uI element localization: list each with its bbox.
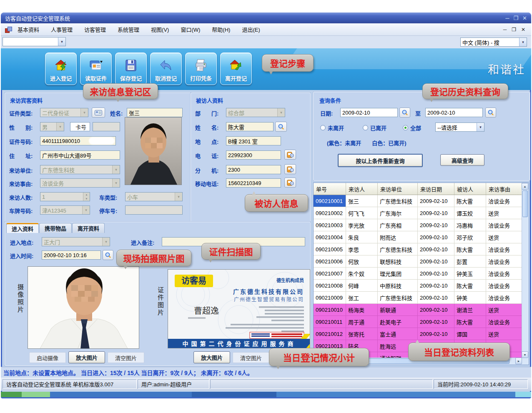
minimize-icon[interactable]: ─ xyxy=(505,15,509,21)
table-cell[interactable]: 2009-02-10 xyxy=(418,243,454,255)
menu-item-help[interactable]: 帮助(H) xyxy=(212,25,230,33)
table-cell[interactable]: 陈大雷 xyxy=(454,243,486,255)
tab-entry-info[interactable]: 进入资料 xyxy=(6,223,39,233)
table-cell[interactable]: 广东德生科技 xyxy=(378,195,418,207)
unit-select[interactable]: 广东德生科技 ▾ xyxy=(40,165,120,174)
table-cell[interactable]: 理光集团 xyxy=(378,268,418,279)
table-cell[interactable]: 2009-02-10 xyxy=(418,219,454,231)
column-header[interactable]: 来访事由 xyxy=(486,183,522,195)
toolbar-combo[interactable]: ▾ xyxy=(3,37,66,46)
cancel-register-button[interactable]: 取消登记 xyxy=(150,53,182,85)
entry-time-field[interactable]: 2009-02-10 10:16 xyxy=(42,250,101,260)
time-picker-button[interactable] xyxy=(103,250,113,260)
table-cell[interactable]: 洽谈业务 xyxy=(486,292,522,303)
table-cell[interactable]: 彭置 xyxy=(454,255,486,267)
date-from-picker-button[interactable] xyxy=(399,108,410,118)
zoom-card-button[interactable]: 放大图片 xyxy=(193,351,230,363)
vscroll-thumb[interactable] xyxy=(522,190,528,217)
radio-not-left[interactable]: 未离开 xyxy=(320,124,344,132)
enter-register-button[interactable]: 进入登记 xyxy=(45,53,77,85)
phone-field[interactable]: 22992300 xyxy=(226,150,281,160)
mobile-field[interactable]: 15602210349 xyxy=(226,178,281,188)
table-cell[interactable]: 广东亮相 xyxy=(378,219,418,231)
table-cell[interactable]: 李思 xyxy=(346,243,378,255)
table-cell[interactable]: 何峰 xyxy=(346,280,378,291)
table-cell[interactable]: 李光放 xyxy=(346,219,378,231)
table-row[interactable]: 090210004朱良附而达2009-02-10邓子欣送货 xyxy=(314,231,529,243)
notify-phone-button[interactable] xyxy=(284,150,296,160)
read-card-button[interactable]: 读取证件 xyxy=(80,53,112,85)
table-cell[interactable]: 洽谈业务 xyxy=(486,255,522,267)
table-cell[interactable]: 2009-02-10 xyxy=(418,304,454,315)
up-icon[interactable]: ▲ xyxy=(83,193,90,197)
table-cell[interactable]: 2009-02-10 xyxy=(418,231,454,243)
column-header[interactable]: 被访人 xyxy=(454,183,486,195)
table-cell[interactable]: 张三 xyxy=(346,195,378,207)
entry-place-select[interactable]: 正大门 ▾ xyxy=(42,237,110,246)
table-cell[interactable]: 张寄托 xyxy=(346,328,378,340)
clear-card-button[interactable]: 清空图片 xyxy=(233,352,269,363)
cert-type-select[interactable]: 二代身份证 ▾ xyxy=(40,108,88,117)
table-cell[interactable]: 2009-02-10 xyxy=(418,280,454,291)
tab-leave-info[interactable]: 离开资料 xyxy=(72,223,105,233)
table-cell[interactable]: 洽谈业务 xyxy=(486,219,522,231)
table-cell[interactable]: 广东德生科技 xyxy=(378,243,418,255)
card-reader-button[interactable] xyxy=(92,108,105,118)
menu-item-view[interactable]: 视图(V) xyxy=(151,25,169,33)
mdi-restore-icon[interactable]: ❐ xyxy=(512,27,516,33)
table-cell[interactable]: 富士通 xyxy=(378,328,418,340)
table-row[interactable]: 090210002何飞飞广东海尔2009-02-10谭玉姣送货 xyxy=(314,207,529,219)
restore-icon[interactable]: ❐ xyxy=(513,15,518,21)
table-cell[interactable]: 冯惠梅 xyxy=(454,219,486,231)
query-select[interactable]: --请选择 ▾ xyxy=(435,123,484,132)
table-cell[interactable]: 2009-02-10 xyxy=(418,207,454,219)
table-cell[interactable]: 张工 xyxy=(346,292,378,303)
table-cell[interactable]: 广东德生科技 xyxy=(378,292,418,303)
table-cell[interactable]: 谭国 xyxy=(454,328,486,340)
table-cell[interactable]: 洽谈业务 xyxy=(486,316,522,328)
table-cell[interactable]: 2009-02-10 xyxy=(418,292,454,303)
menu-item-basic[interactable]: 基本资料 xyxy=(18,25,39,33)
table-cell[interactable]: 何飞飞 xyxy=(346,207,378,219)
table-cell[interactable]: 090210003 xyxy=(314,219,346,231)
language-select[interactable]: 中文 (简体) - 搜 ▾ xyxy=(460,38,527,47)
table-cell[interactable]: 洽谈业务 xyxy=(486,268,522,279)
table-cell[interactable]: 何放 xyxy=(346,255,378,267)
table-cell[interactable]: 陈大雷 xyxy=(454,316,486,328)
table-cell[interactable]: 洽谈业务 xyxy=(486,243,522,255)
table-cell[interactable]: 送货 xyxy=(486,304,522,315)
column-header[interactable]: 单号 xyxy=(314,183,346,195)
menu-item-hr[interactable]: 人事管理 xyxy=(51,25,73,33)
table-cell[interactable]: 杨海类 xyxy=(346,304,378,315)
column-header[interactable]: 来访人 xyxy=(346,183,378,195)
chevron-down-icon[interactable]: ▾ xyxy=(519,38,527,46)
table-cell[interactable]: 钟美 xyxy=(454,292,486,303)
date-from-field[interactable]: 2009-02-10 xyxy=(340,108,398,117)
table-row[interactable]: 090210005李思广东德生科技2009-02-10陈大雷洽谈业务 xyxy=(314,243,529,255)
start-camera-button[interactable]: 启动摄像 xyxy=(29,352,66,363)
visited-name-field[interactable]: 陈大雷 xyxy=(226,122,274,131)
table-row[interactable]: 090210007朱个奴理光集团2009-02-10钟美玉洽谈业务 xyxy=(314,268,529,280)
table-row[interactable]: 090210006何放联想科技2009-02-10彭置洽谈业务 xyxy=(314,255,529,268)
table-cell[interactable]: 2009-02-10 xyxy=(418,316,454,328)
date-to-field[interactable]: 2009-02-10 xyxy=(425,108,483,117)
scroll-down-icon[interactable]: ▼ xyxy=(522,351,528,358)
table-cell[interactable]: 090210009 xyxy=(314,292,346,303)
table-cell[interactable]: 送货 xyxy=(486,231,522,243)
table-cell[interactable]: 090210010 xyxy=(314,304,346,315)
menu-item-visitor[interactable]: 访客管理 xyxy=(84,25,106,33)
table-cell[interactable]: 朱个奴 xyxy=(346,268,378,279)
table-cell[interactable]: 090210008 xyxy=(314,280,346,291)
save-register-button[interactable]: 保存登记 xyxy=(115,53,147,85)
table-row[interactable]: 090210012张寄托富士通2009-02-10谭国送货 xyxy=(314,328,529,340)
tab-carried-items[interactable]: 携带物品 xyxy=(39,223,72,233)
visitor-name-field[interactable]: 张三 xyxy=(127,108,183,117)
stepper-arrows[interactable]: ▲ ▼ xyxy=(83,193,90,201)
down-icon[interactable]: ▼ xyxy=(83,197,90,201)
notify-ext-button[interactable] xyxy=(284,164,296,174)
table-cell[interactable]: 2009-02-10 xyxy=(418,328,454,340)
table-cell[interactable]: 送货 xyxy=(486,207,522,219)
place-field[interactable]: B幢 2301 室 xyxy=(226,136,281,145)
gender-select[interactable]: 男 ▾ xyxy=(40,122,64,131)
dept-select[interactable]: 综合部 ▾ xyxy=(226,108,285,117)
